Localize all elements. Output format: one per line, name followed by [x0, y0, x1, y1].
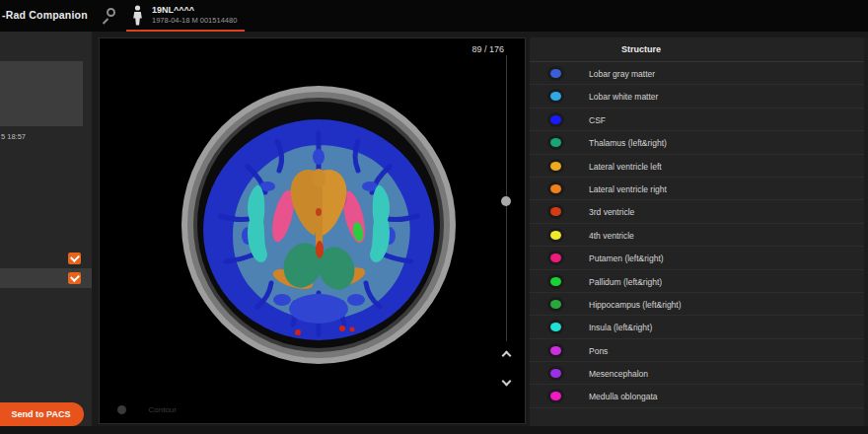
structure-row[interactable]: Thalamus (left&right) — [530, 131, 868, 154]
structure-row[interactable]: Lobar gray matter — [530, 62, 868, 85]
patient-tab[interactable]: 19NL^^^^ 1978-04-18 M 001514480 — [126, 0, 245, 32]
structure-color-dot — [550, 277, 561, 286]
contour-label: Contour — [148, 405, 176, 414]
structure-color-dot — [550, 92, 561, 101]
structure-color-dot — [550, 392, 561, 400]
structure-label: Mesencephalon — [589, 369, 648, 379]
structure-color-dot — [550, 138, 561, 147]
structure-column-header: Structure — [530, 37, 868, 62]
contour-toggle[interactable]: Contour — [117, 400, 177, 412]
structure-color-dot — [550, 231, 561, 240]
structure-color-dot — [550, 346, 561, 355]
structure-list: Lobar gray matter Lobar white matter CSF… — [530, 62, 868, 408]
app-title: -Rad Companion — [2, 9, 88, 21]
structure-label: Thalamus (left&right) — [589, 138, 667, 148]
series-check-row[interactable] — [0, 249, 92, 268]
structure-label: Insula (left&right) — [589, 323, 652, 332]
app-window: -Rad Companion 19NL^^^^ 1978-04-18 M 001… — [0, 0, 868, 434]
structure-row[interactable]: Medulla oblongata — [530, 385, 868, 407]
series-checkbox[interactable] — [68, 272, 81, 284]
structure-color-dot — [550, 162, 561, 171]
structure-color-dot — [550, 323, 561, 331]
slice-counter: 89 / 176 — [471, 44, 504, 54]
patient-icon — [132, 5, 143, 26]
panel-right-edge — [864, 37, 868, 426]
patient-details: 1978-04-18 M 001514480 — [152, 16, 237, 25]
structure-label: 3rd ventricle — [589, 207, 634, 217]
brain-mri-image[interactable] — [100, 38, 525, 423]
structure-label: 4th ventricle — [589, 231, 634, 241]
structure-row[interactable]: Lateral ventricle right — [530, 178, 868, 200]
top-bar: -Rad Companion 19NL^^^^ 1978-04-18 M 001… — [0, 0, 868, 32]
series-check-row[interactable] — [0, 268, 92, 288]
structure-row[interactable]: Pallidum (left&right) — [530, 270, 868, 293]
series-timestamp: 5 18:57 — [1, 132, 26, 141]
image-viewer[interactable]: 89 / 176 Contour — [99, 37, 526, 424]
send-to-pacs-button[interactable]: Send to PACS — [0, 402, 84, 426]
structure-label: Hippocampus (left&right) — [589, 300, 682, 310]
series-checkbox[interactable] — [68, 253, 81, 264]
structure-label: CSF — [589, 115, 606, 125]
structure-label: Lateral ventricle right — [589, 184, 667, 194]
structure-label: Lobar white matter — [589, 92, 658, 102]
structure-row[interactable]: 4th ventricle — [530, 224, 868, 247]
structure-label: Lobar gray matter — [589, 69, 655, 79]
slice-slider-handle[interactable] — [501, 196, 511, 206]
structure-row[interactable]: Lobar white matter — [530, 85, 868, 108]
series-checkbox-rows — [0, 249, 92, 288]
structure-label: Pallidum (left&right) — [589, 277, 662, 287]
structure-row[interactable]: 3rd ventricle — [530, 200, 868, 223]
structure-color-dot — [550, 184, 561, 193]
structure-label: Pons — [589, 346, 608, 356]
structure-row[interactable]: CSF — [530, 108, 868, 131]
structure-color-dot — [550, 253, 561, 262]
structure-label: Lateral ventricle left — [589, 162, 662, 172]
series-sidebar: 5 18:57 Send to PACS — [0, 32, 92, 426]
patient-name: 19NL^^^^ — [152, 5, 194, 15]
structure-panel: Structure Lobar gray matter Lobar white … — [530, 37, 868, 426]
structure-color-dot — [550, 69, 561, 78]
structure-row[interactable]: Mesencephalon — [530, 362, 868, 385]
patient-search-icon[interactable] — [107, 8, 115, 17]
structure-row[interactable]: Hippocampus (left&right) — [530, 293, 868, 316]
structure-row[interactable]: Lateral ventricle left — [530, 155, 868, 178]
series-thumbnail-card[interactable]: 5 18:57 — [0, 61, 83, 126]
structure-label: Medulla oblongata — [589, 392, 657, 401]
bottom-strip — [0, 426, 868, 434]
structure-color-dot — [550, 300, 561, 309]
structure-color-dot — [550, 115, 561, 124]
structure-color-dot — [550, 369, 561, 378]
structure-row[interactable]: Putamen (left&right) — [530, 247, 868, 269]
structure-row[interactable]: Pons — [530, 339, 868, 362]
structure-label: Putamen (left&right) — [589, 253, 664, 263]
structure-color-dot — [550, 207, 561, 216]
structure-row[interactable]: Insula (left&right) — [530, 316, 868, 338]
